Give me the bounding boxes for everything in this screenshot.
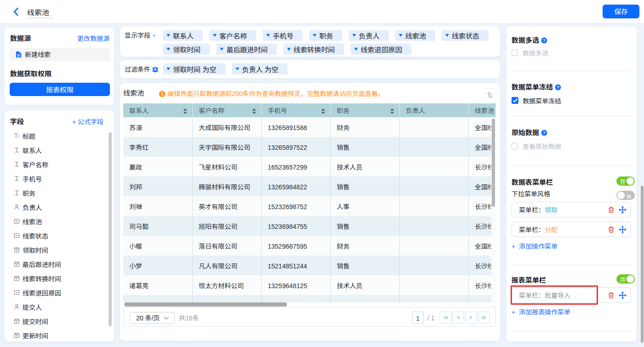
svg-text:?: ? — [543, 38, 546, 43]
svg-text:?: ? — [543, 131, 546, 135]
svg-text:?: ? — [557, 85, 559, 90]
